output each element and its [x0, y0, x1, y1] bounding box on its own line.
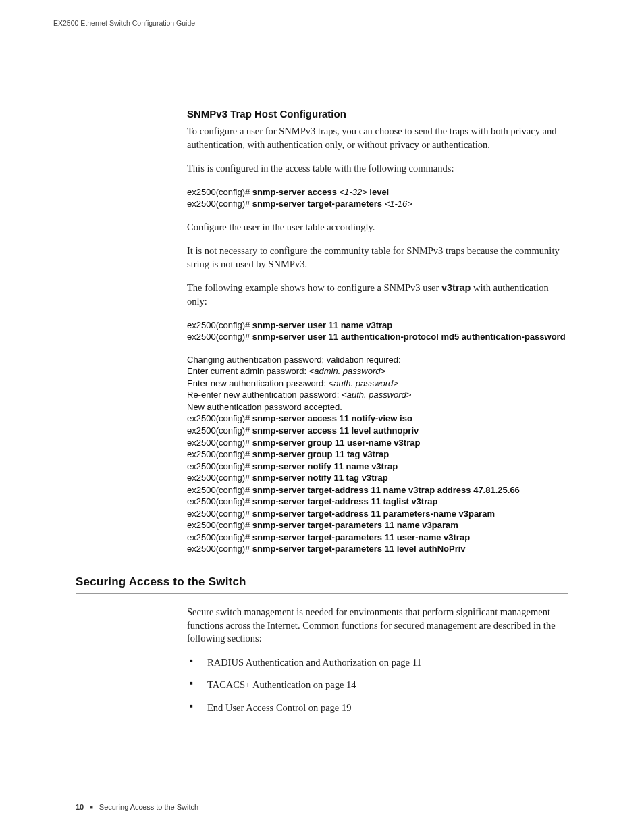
code-block: Changing authentication password; valida… [187, 354, 568, 555]
section-body: Secure switch management is needed for e… [187, 606, 568, 714]
paragraph: Configure the user in the user table acc… [187, 221, 568, 234]
paragraph: It is not necessary to configure the com… [187, 244, 568, 271]
code-line: ex2500(config)# snmp-server target-param… [187, 531, 568, 544]
code-line: ex2500(config)# snmp-server user 11 name… [187, 319, 568, 332]
code-line: ex2500(config)# snmp-server target-addre… [187, 496, 568, 508]
bullet-list: RADIUS Authentication and Authorization … [187, 656, 568, 715]
code-line: ex2500(config)# snmp-server access <1-32… [187, 186, 568, 199]
page-number: 10 [76, 803, 84, 811]
paragraph: To configure a user for SNMPv3 traps, yo… [187, 125, 568, 151]
code-line: Enter new authentication password: <auth… [187, 377, 568, 390]
code-line: Enter current admin password: <admin. pa… [187, 365, 568, 377]
section-securing: Securing Access to the Switch Secure swi… [76, 575, 568, 714]
code-line: ex2500(config)# snmp-server notify 11 ta… [187, 472, 568, 484]
code-line: Re-enter new authentication password: <a… [187, 389, 568, 401]
page: EX2500 Ethernet Switch Configuration Gui… [0, 0, 644, 834]
code-line: ex2500(config)# snmp-server target-param… [187, 198, 568, 210]
code-line: ex2500(config)# snmp-server access 11 le… [187, 425, 568, 437]
list-item: RADIUS Authentication and Authorization … [187, 656, 568, 670]
section-rule [76, 593, 568, 594]
code-block: ex2500(config)# snmp-server access <1-32… [187, 186, 568, 210]
code-block: ex2500(config)# snmp-server user 11 name… [187, 319, 568, 343]
paragraph: Secure switch management is needed for e… [187, 606, 568, 646]
code-line: ex2500(config)# snmp-server target-param… [187, 543, 568, 555]
code-line: ex2500(config)# snmp-server target-param… [187, 519, 568, 531]
code-line: ex2500(config)# snmp-server notify 11 na… [187, 461, 568, 473]
running-header: EX2500 Ethernet Switch Configuration Gui… [53, 19, 568, 27]
list-item: TACACS+ Authentication on page 14 [187, 679, 568, 692]
code-line: ex2500(config)# snmp-server group 11 tag… [187, 448, 568, 461]
paragraph: The following example shows how to confi… [187, 282, 568, 308]
code-line: ex2500(config)# snmp-server group 11 use… [187, 437, 568, 449]
section-heading-securing: Securing Access to the Switch [76, 575, 568, 589]
list-item: End User Access Control on page 19 [187, 702, 568, 715]
code-line: ex2500(config)# snmp-server access 11 no… [187, 413, 568, 425]
code-line: ex2500(config)# snmp-server target-addre… [187, 508, 568, 520]
square-bullet-icon: ■ [90, 805, 92, 810]
code-line: New authentication password accepted. [187, 401, 568, 413]
body-content: SNMPv3 Trap Host Configuration To config… [187, 108, 568, 555]
code-line: ex2500(config)# snmp-server target-addre… [187, 484, 568, 496]
code-line: ex2500(config)# snmp-server user 11 auth… [187, 331, 568, 343]
footer-section-title: Securing Access to the Switch [99, 803, 198, 811]
section-heading-snmpv3: SNMPv3 Trap Host Configuration [187, 108, 568, 120]
paragraph: This is configured in the access table w… [187, 162, 568, 176]
page-footer: 10 ■ Securing Access to the Switch [76, 803, 198, 811]
code-line: Changing authentication password; valida… [187, 354, 568, 366]
